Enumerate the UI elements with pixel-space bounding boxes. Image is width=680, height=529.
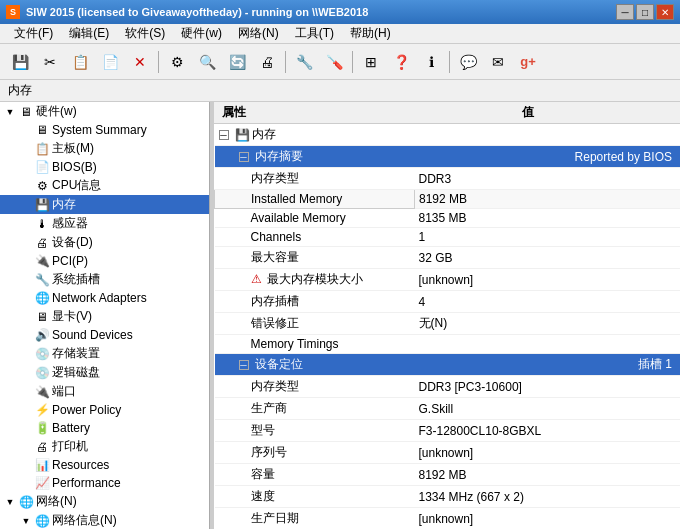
prop-mem-type-value: DDR3: [415, 168, 681, 190]
toolbar-print[interactable]: 🖨: [253, 49, 281, 75]
device-expand-icon[interactable]: ─: [239, 360, 249, 370]
tree-resources-label: Resources: [52, 458, 109, 472]
toolbar-tools[interactable]: 🔧: [290, 49, 318, 75]
table-row: Available Memory 8135 MB: [215, 209, 681, 228]
maximize-button[interactable]: □: [636, 4, 654, 20]
prop-speed-label: 速度: [215, 486, 415, 508]
table-row: ─ 💾 内存: [215, 124, 681, 146]
prop-timings-label: Memory Timings: [215, 335, 415, 354]
tree-storage[interactable]: 💿 存储装置: [0, 344, 209, 363]
tree-memory[interactable]: 💾 内存: [0, 195, 209, 214]
col-header-value: 值: [514, 102, 680, 123]
tree-hardware-label: 硬件(w): [36, 103, 77, 120]
menu-help[interactable]: 帮助(H): [342, 24, 399, 43]
toolbar-paste[interactable]: 📄: [96, 49, 124, 75]
tree-sound[interactable]: 🔊 Sound Devices: [0, 326, 209, 344]
tree-netinfo[interactable]: ▼ 🌐 网络信息(N): [0, 511, 209, 529]
tree-performance[interactable]: 📈 Performance: [0, 474, 209, 492]
toolbar-refresh[interactable]: 🔄: [223, 49, 251, 75]
toolbar-chat[interactable]: 💬: [454, 49, 482, 75]
expand-icon: [18, 457, 34, 473]
toolbar-copy[interactable]: 📋: [66, 49, 94, 75]
prop-installed-label: Installed Memory: [215, 190, 415, 209]
toolbar-windows[interactable]: ⊞: [357, 49, 385, 75]
prop-speed-value: 1334 MHz (667 x 2): [415, 486, 681, 508]
prop-channels-value: 1: [415, 228, 681, 247]
tree-devices[interactable]: 🖨 设备(D): [0, 233, 209, 252]
menu-network[interactable]: 网络(N): [230, 24, 287, 43]
toolbar-info[interactable]: ℹ: [417, 49, 445, 75]
tree-cpu[interactable]: ⚙ CPU信息: [0, 176, 209, 195]
expand-icon: [18, 122, 34, 138]
toolbar-settings[interactable]: ⚙: [163, 49, 191, 75]
prop-date-label: 生产日期: [215, 508, 415, 530]
toolbar-delete[interactable]: ✕: [126, 49, 154, 75]
prop-serial-value: [unknown]: [415, 442, 681, 464]
summary-section-label: 内存摘要: [255, 148, 303, 165]
table-row[interactable]: ─ 设备定位 插槽 1: [215, 354, 681, 376]
performance-icon: 📈: [34, 475, 50, 491]
toolbar-mail[interactable]: ✉: [484, 49, 512, 75]
tree-battery[interactable]: 🔋 Battery: [0, 419, 209, 437]
tree-slots-label: 系统插槽: [52, 271, 100, 288]
tree-bios[interactable]: 📄 BIOS(B): [0, 158, 209, 176]
netinfo-icon: 🌐: [34, 513, 50, 529]
tree-hardware-root[interactable]: ▼ 🖥 硬件(w): [0, 102, 209, 121]
net-adapters-icon: 🌐: [34, 290, 50, 306]
right-panel: 属性 值 ─ 💾 内存: [214, 102, 680, 529]
tree-power[interactable]: ⚡ Power Policy: [0, 401, 209, 419]
menu-tools[interactable]: 工具(T): [287, 24, 342, 43]
tree-ports[interactable]: 🔌 端口: [0, 382, 209, 401]
tree-network-adapters[interactable]: 🌐 Network Adapters: [0, 289, 209, 307]
toolbar-help[interactable]: ❓: [387, 49, 415, 75]
summary-expand-icon[interactable]: ─: [239, 152, 249, 162]
prop-model-label: 型号: [215, 420, 415, 442]
summary-value-right: Reported by BIOS: [415, 146, 681, 168]
tree-sensors[interactable]: 🌡 感应器: [0, 214, 209, 233]
menu-software[interactable]: 软件(S): [117, 24, 173, 43]
expand-icon: [18, 141, 34, 157]
toolbar-sep-1: [158, 51, 159, 73]
tree-motherboard[interactable]: 📋 主板(M): [0, 139, 209, 158]
menu-bar: 文件(F) 编辑(E) 软件(S) 硬件(w) 网络(N) 工具(T) 帮助(H…: [0, 24, 680, 44]
sound-icon: 🔊: [34, 327, 50, 343]
tree-system-summary[interactable]: 🖥 System Summary: [0, 121, 209, 139]
tree-net-adapters-label: Network Adapters: [52, 291, 147, 305]
expand-icon: ▼: [18, 513, 34, 529]
memory-expand-icon[interactable]: ─: [219, 130, 229, 140]
prop-ecc-label: 错误修正: [215, 313, 415, 335]
tree-pci-label: PCI(P): [52, 254, 88, 268]
toolbar-save[interactable]: 💾: [6, 49, 34, 75]
tree-slots[interactable]: 🔧 系统插槽: [0, 270, 209, 289]
menu-hardware[interactable]: 硬件(w): [173, 24, 230, 43]
close-button[interactable]: ✕: [656, 4, 674, 20]
tree-ports-label: 端口: [52, 383, 76, 400]
logical-icon: 💿: [34, 365, 50, 381]
toolbar-gplus[interactable]: g+: [514, 49, 542, 75]
expand-icon: [18, 365, 34, 381]
tree-pci[interactable]: 🔌 PCI(P): [0, 252, 209, 270]
table-row: 最大容量 32 GB: [215, 247, 681, 269]
toolbar-cut[interactable]: ✂: [36, 49, 64, 75]
table-row: 生产商 G.Skill: [215, 398, 681, 420]
power-icon: ⚡: [34, 402, 50, 418]
table-row[interactable]: ─ 内存摘要 Reported by BIOS: [215, 146, 681, 168]
prop-dev-memtype-value: DDR3 [PC3-10600]: [415, 376, 681, 398]
table-row: 错误修正 无(N): [215, 313, 681, 335]
toolbar-search[interactable]: 🔍: [193, 49, 221, 75]
tree-network-root[interactable]: ▼ 🌐 网络(N): [0, 492, 209, 511]
expand-icon: [18, 420, 34, 436]
tree-network-label: 网络(N): [36, 493, 77, 510]
tree-logical[interactable]: 💿 逻辑磁盘: [0, 363, 209, 382]
window-controls: ─ □ ✕: [616, 4, 674, 20]
menu-file[interactable]: 文件(F): [6, 24, 61, 43]
tree-sound-label: Sound Devices: [52, 328, 133, 342]
menu-edit[interactable]: 编辑(E): [61, 24, 117, 43]
tree-display[interactable]: 🖥 显卡(V): [0, 307, 209, 326]
tree-printer[interactable]: 🖨 打印机: [0, 437, 209, 456]
cpu-icon: ⚙: [34, 178, 50, 194]
minimize-button[interactable]: ─: [616, 4, 634, 20]
prop-installed-value: 8192 MB: [415, 190, 681, 209]
tree-resources[interactable]: 📊 Resources: [0, 456, 209, 474]
toolbar-wrench[interactable]: 🪛: [320, 49, 348, 75]
